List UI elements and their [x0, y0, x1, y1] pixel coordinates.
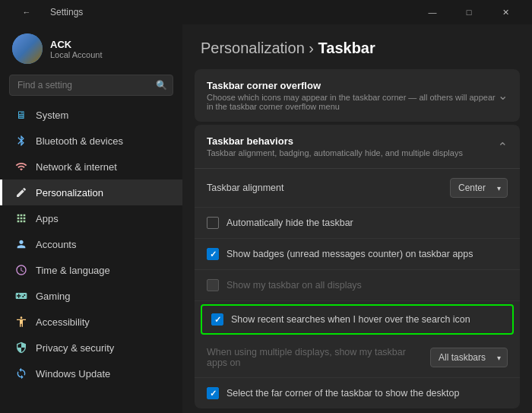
profile-info: ACK Local Account — [50, 39, 103, 59]
sidebar-item-label-apps: Apps — [36, 213, 59, 224]
all-displays-label: Show my taskbar on all displays — [226, 280, 508, 291]
sidebar-item-bluetooth[interactable]: Bluetooth & devices — [0, 128, 182, 154]
sidebar-profile: ACK Local Account — [0, 24, 182, 71]
close-button[interactable]: ✕ — [488, 0, 523, 24]
section-behaviors-title: Taskbar behaviors — [207, 135, 463, 147]
sidebar-item-time[interactable]: Time & language — [0, 257, 182, 283]
sidebar-item-accessibility[interactable]: Accessibility — [0, 309, 182, 335]
content-body: Taskbar corner overflow Choose which ico… — [182, 69, 532, 413]
recent-searches-label: Show recent searches when I hover over t… — [231, 314, 503, 325]
sidebar-item-update[interactable]: Windows Update — [0, 361, 182, 386]
taskbar-alignment-row: Taskbar alignment Center — [195, 169, 520, 208]
sidebar-item-label-time: Time & language — [36, 265, 110, 276]
app-body: ACK Local Account 🔍 🖥 System Bluetooth &… — [0, 24, 532, 413]
far-corner-checkbox[interactable] — [207, 387, 219, 399]
sidebar-item-personalization[interactable]: Personalization — [0, 179, 182, 205]
behaviors-chevron: ⌄ — [498, 139, 508, 154]
multiple-displays-left: When using multiple displays, show my ta… — [207, 347, 423, 368]
maximize-button[interactable]: □ — [451, 0, 486, 24]
avatar — [12, 33, 43, 64]
far-corner-label: Select the far corner of the taskbar to … — [226, 388, 508, 399]
sidebar-item-system[interactable]: 🖥 System — [0, 102, 182, 128]
gaming-icon — [14, 289, 28, 303]
section-corner-overflow-subtitle: Choose which icons may appear in the tas… — [207, 93, 498, 111]
sidebar-item-label-accessibility: Accessibility — [36, 316, 90, 328]
auto-hide-row: Automatically hide the taskbar — [195, 208, 520, 239]
title-bar-left: ← Settings — [9, 0, 415, 24]
breadcrumb-parent: Personalization — [201, 40, 305, 56]
sidebar-item-label-system: System — [36, 110, 68, 121]
section-behaviors-subtitle: Taskbar alignment, badging, automaticall… — [207, 148, 463, 157]
apps-icon — [14, 211, 28, 225]
show-badges-row: Show badges (unread messages counter) on… — [195, 239, 520, 270]
search-icon: 🔍 — [156, 80, 167, 91]
sidebar-item-apps[interactable]: Apps — [0, 205, 182, 231]
sidebar-item-label-bluetooth: Bluetooth & devices — [36, 135, 123, 147]
breadcrumb-separator: › — [309, 40, 318, 56]
bluetooth-icon — [14, 134, 28, 148]
breadcrumb: Personalization › Taskbar — [201, 40, 514, 57]
title-bar: ← Settings — □ ✕ — [0, 0, 532, 24]
sidebar-item-privacy[interactable]: Privacy & security — [0, 335, 182, 361]
alignment-dropdown[interactable]: Center — [450, 178, 508, 198]
sidebar-item-gaming[interactable]: Gaming — [0, 283, 182, 309]
multiple-displays-row: When using multiple displays, show my ta… — [195, 338, 520, 378]
recent-searches-checkbox[interactable] — [211, 313, 223, 326]
back-button[interactable]: ← — [9, 0, 44, 24]
title-bar-title: Settings — [50, 7, 83, 17]
section-behaviors-content: Taskbar alignment Center Automatically h… — [195, 168, 520, 408]
system-icon: 🖥 — [14, 108, 28, 122]
recent-searches-row: Show recent searches when I hover over t… — [201, 304, 514, 335]
section-corner-overflow: Taskbar corner overflow Choose which ico… — [195, 69, 520, 122]
search-input[interactable] — [9, 75, 173, 96]
section-behaviors-info: Taskbar behaviors Taskbar alignment, bad… — [207, 135, 463, 157]
section-corner-overflow-info: Taskbar corner overflow Choose which ico… — [207, 80, 498, 111]
taskbar-alignment-label: Taskbar alignment — [207, 183, 283, 193]
network-icon — [14, 160, 28, 173]
sidebar-item-label-gaming: Gaming — [36, 291, 71, 302]
sidebar-item-label-privacy: Privacy & security — [36, 342, 114, 354]
page-title: Taskbar — [318, 40, 375, 56]
far-corner-row: Select the far corner of the taskbar to … — [195, 378, 520, 408]
personalization-icon — [14, 186, 28, 199]
all-displays-checkbox[interactable] — [207, 279, 219, 291]
sidebar-item-label-network: Network & internet — [36, 161, 117, 173]
sidebar-search[interactable]: 🔍 — [9, 75, 173, 96]
sidebar-item-label-accounts: Accounts — [36, 239, 76, 250]
sidebar-item-label-update: Windows Update — [36, 368, 110, 380]
accessibility-icon — [14, 315, 28, 329]
section-corner-overflow-title: Taskbar corner overflow — [207, 80, 498, 91]
update-icon — [14, 367, 28, 380]
time-icon — [14, 263, 28, 277]
auto-hide-checkbox[interactable] — [207, 217, 219, 229]
sidebar-item-accounts[interactable]: Accounts — [0, 231, 182, 257]
show-badges-label: Show badges (unread messages counter) on… — [226, 249, 508, 259]
privacy-icon — [14, 341, 28, 354]
corner-overflow-chevron: ⌄ — [498, 88, 508, 103]
sidebar-item-network[interactable]: Network & internet — [0, 154, 182, 179]
accounts-icon — [14, 237, 28, 251]
section-behaviors-header[interactable]: Taskbar behaviors Taskbar alignment, bad… — [195, 125, 520, 168]
section-corner-overflow-header[interactable]: Taskbar corner overflow Choose which ico… — [195, 69, 520, 122]
section-behaviors: Taskbar behaviors Taskbar alignment, bad… — [195, 125, 520, 408]
sidebar-item-label-personalization: Personalization — [36, 187, 103, 199]
content-header: Personalization › Taskbar — [182, 24, 532, 69]
profile-subtitle: Local Account — [50, 50, 103, 59]
multiple-displays-dropdown[interactable]: All taskbars — [430, 348, 508, 367]
show-badges-checkbox[interactable] — [207, 248, 219, 260]
minimize-button[interactable]: — — [415, 0, 450, 24]
sidebar: ACK Local Account 🔍 🖥 System Bluetooth &… — [0, 24, 182, 413]
auto-hide-label: Automatically hide the taskbar — [226, 218, 508, 228]
all-displays-row: Show my taskbar on all displays — [195, 270, 520, 301]
multiple-displays-label: When using multiple displays, show my ta… — [207, 347, 423, 368]
title-bar-controls: — □ ✕ — [415, 0, 523, 24]
profile-name: ACK — [50, 39, 103, 50]
content-area: Personalization › Taskbar Taskbar corner… — [182, 24, 532, 413]
